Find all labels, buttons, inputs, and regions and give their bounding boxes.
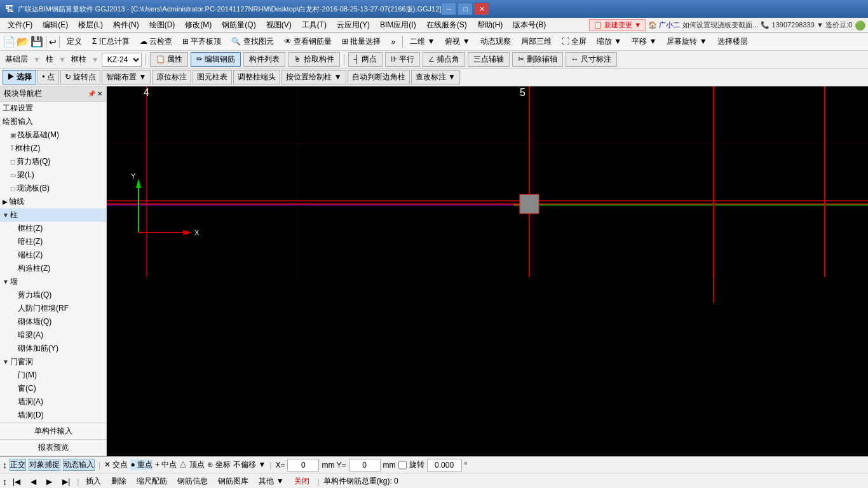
sidebar-item-door[interactable]: 门(M) — [0, 369, 106, 382]
edit-rebar-btn[interactable]: ✏ 编辑钢筋 — [191, 52, 241, 67]
angle-btn[interactable]: ∠ 捕点角 — [423, 52, 465, 67]
menu-bim[interactable]: BIM应用(I) — [375, 18, 421, 32]
right-arrow[interactable]: » — [386, 36, 400, 48]
sidebar-item-beam[interactable]: ▭ 梁(L) — [0, 168, 106, 182]
rebar-close-btn[interactable]: 关闭 — [290, 475, 314, 488]
sidebar-item-wallhole-a[interactable]: 墙洞(A) — [0, 395, 106, 409]
sidebar-item-axis[interactable]: ▶ 轴线 — [0, 195, 106, 208]
screen-rotate-btn[interactable]: 屏幕旋转 ▼ — [662, 34, 711, 49]
gx-btn[interactable]: 🏠 广小二 — [648, 20, 680, 30]
summary-btn[interactable]: Σ 汇总计算 — [88, 34, 134, 49]
menu-modify[interactable]: 修改(M) — [180, 18, 217, 32]
sidebar-item-mw[interactable]: 砌体墙(Q) — [0, 315, 106, 329]
sidebar-item-shear-wall[interactable]: ◻ 剪力墙(Q) — [0, 155, 106, 168]
single-component-input-btn[interactable]: 单构件输入 — [0, 423, 106, 440]
menu-online[interactable]: 在线服务(S) — [421, 18, 472, 32]
menu-version[interactable]: 版本号(B) — [508, 18, 551, 32]
sidebar-item-az[interactable]: 暗柱(Z) — [0, 235, 106, 248]
canvas-area[interactable]: 4 5 Y X — [107, 86, 868, 456]
sidebar-item-project-settings[interactable]: 工程设置 — [0, 102, 106, 115]
vertex-btn[interactable]: △ 顶点 — [179, 459, 204, 470]
sidebar-item-slw[interactable]: 剪力墙(Q) — [0, 288, 106, 302]
menu-component[interactable]: 构件(N) — [108, 18, 144, 32]
pick-component-btn[interactable]: 🖱 拾取构件 — [288, 52, 339, 67]
rotate-checkbox[interactable] — [398, 459, 407, 471]
element-table-btn[interactable]: 图元柱表 — [193, 70, 232, 85]
maximize-button[interactable]: □ — [458, 3, 473, 15]
menu-help[interactable]: 帮助(H) — [472, 18, 508, 32]
rebar-delete-btn[interactable]: 删除 — [107, 475, 131, 488]
2d-btn[interactable]: 二维 ▼ — [405, 34, 439, 49]
point-btn[interactable]: • 点 — [37, 70, 59, 85]
del-axis-btn[interactable]: ✂ 删除辅轴 — [512, 52, 562, 67]
rebar-lib-btn[interactable]: 钢筋图库 — [214, 475, 253, 488]
zoom-btn[interactable]: 缩放 ▼ — [592, 34, 626, 49]
new-change-btn[interactable]: 📋 新建变更 ▼ — [589, 19, 646, 31]
property-btn[interactable]: 📋 属性 — [150, 52, 188, 67]
rebar-nav-prev[interactable]: ◀ — [26, 476, 41, 487]
sidebar-item-column[interactable]: ▼ 柱 — [0, 208, 106, 222]
sidebar-item-window[interactable]: 窗(C) — [0, 382, 106, 395]
tb-save[interactable]: 💾 — [31, 36, 43, 48]
coord-btn[interactable]: ⊕ 坐标 — [207, 459, 231, 470]
sidebar-item-dz[interactable]: 端柱(Z) — [0, 248, 106, 262]
sidebar-item-qtrebar[interactable]: 砌体加筋(Y) — [0, 342, 106, 355]
in-situ-label-btn[interactable]: 原位标注 — [152, 70, 191, 85]
panel-toggle[interactable]: ↕ — [3, 460, 7, 470]
snap-btn[interactable]: 对象捕捉 — [29, 459, 60, 471]
sidebar-pin[interactable]: 📌 ✕ — [88, 90, 102, 97]
rebar-nav-last[interactable]: ▶| — [58, 476, 74, 487]
check-label-btn[interactable]: 查改标注 ▼ — [411, 70, 460, 85]
dynamic-input-btn[interactable]: 动态输入 — [63, 459, 95, 471]
draw-by-pos-btn[interactable]: 按位置绘制柱 ▼ — [281, 70, 346, 85]
rebar-insert-btn[interactable]: 插入 — [81, 475, 105, 488]
find-element-btn[interactable]: 🔍 查找图元 — [227, 34, 278, 49]
select-floor-btn[interactable]: 选择楼层 — [713, 34, 752, 49]
adjust-end-btn[interactable]: 调整柱端头 — [233, 70, 280, 85]
ortho-btn[interactable]: 正交 — [10, 459, 26, 471]
define-btn[interactable]: 定义 — [62, 34, 86, 49]
top-view-btn[interactable]: 俯视 ▼ — [440, 34, 474, 49]
menu-cloud[interactable]: 云应用(Y) — [332, 18, 375, 32]
tb-open[interactable]: 📂 — [17, 36, 29, 48]
tb-undo[interactable]: ↩ — [49, 37, 57, 47]
dim-btn[interactable]: ↔ 尺寸标注 — [566, 52, 617, 67]
midpoint-btn[interactable]: ● 重点 — [130, 459, 153, 470]
sidebar-item-wall[interactable]: ▼ 墙 — [0, 275, 106, 288]
sidebar-item-frame-col[interactable]: T 框柱(Z) — [0, 142, 106, 155]
rotate-point-btn[interactable]: ↻ 旋转点 — [60, 70, 100, 85]
scale-rebar-btn[interactable]: 缩尺配筋 — [132, 475, 172, 488]
sidebar-item-rfwall[interactable]: 人防门框墙(RF — [0, 302, 106, 315]
menu-draw[interactable]: 绘图(D) — [144, 18, 180, 32]
rebar-other-btn[interactable]: 其他 ▼ — [254, 475, 288, 488]
three-point-btn[interactable]: 三点辅轴 — [468, 52, 510, 67]
rebar-panel-collapse[interactable]: ↕ — [3, 477, 7, 487]
x-input[interactable] — [287, 459, 319, 471]
sidebar-item-wallhole-d[interactable]: 墙洞(D) — [0, 409, 106, 422]
sidebar-item-openings[interactable]: ▼ 门窗洞 — [0, 355, 106, 369]
report-preview-btn[interactable]: 报表预览 — [0, 440, 106, 456]
select-tool-btn[interactable]: ▶ 选择 — [3, 70, 36, 85]
sidebar-item-al[interactable]: 暗梁(A) — [0, 329, 106, 342]
cloud-check-btn[interactable]: ☁ 云检查 — [135, 34, 177, 49]
auto-corner-btn[interactable]: 自动判断边角柱 — [348, 70, 410, 85]
view-rebar-btn[interactable]: 👁 查看钢筋量 — [280, 34, 336, 49]
no-offset-btn[interactable]: 不偏移 ▼ — [233, 459, 266, 470]
menu-rebar-qty[interactable]: 钢筋量(Q) — [217, 18, 261, 32]
tb-new[interactable]: 📄 — [3, 36, 15, 48]
center-btn[interactable]: + 中点 — [155, 459, 177, 470]
menu-floor[interactable]: 楼层(L) — [73, 18, 108, 32]
intersection-btn[interactable]: ✕ 交点 — [104, 459, 128, 470]
rebar-nav-first[interactable]: |◀ — [8, 476, 25, 487]
element-select[interactable]: KZ-24 — [102, 53, 142, 67]
sidebar-item-gjz[interactable]: 构造柱(Z) — [0, 262, 106, 275]
partial-3d-btn[interactable]: 局部三维 — [517, 34, 556, 49]
align-top-btn[interactable]: ⊞ 平齐板顶 — [178, 34, 226, 49]
dynamic-view-btn[interactable]: 动态观察 — [476, 34, 515, 49]
sidebar-item-draw-input[interactable]: 绘图输入 — [0, 115, 106, 128]
smart-layout-btn[interactable]: 智能布置 ▼ — [102, 70, 151, 85]
two-point-btn[interactable]: ┤ 两点 — [348, 52, 383, 67]
menu-edit[interactable]: 编辑(E) — [37, 18, 73, 32]
minimize-button[interactable]: ─ — [441, 3, 456, 15]
menu-view[interactable]: 视图(V) — [261, 18, 297, 32]
